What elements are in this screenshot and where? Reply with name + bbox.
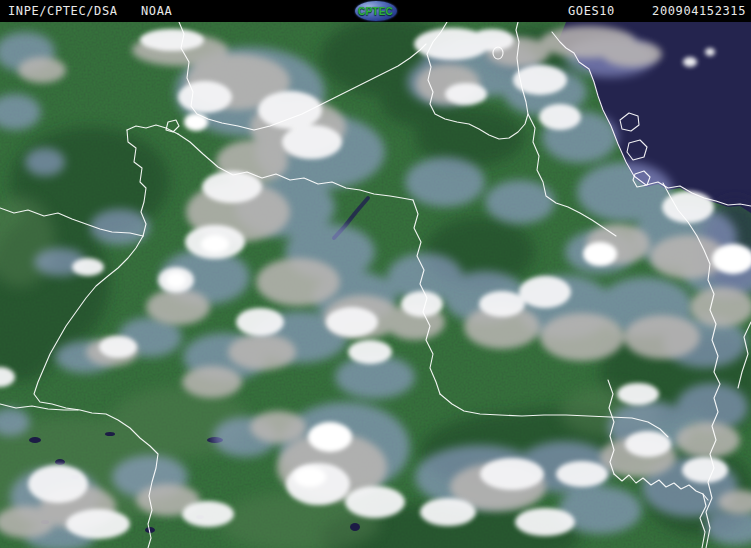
bright-cloud-core [201, 235, 229, 253]
white-cloud-blob [140, 29, 204, 51]
gray-cloud-blob [602, 41, 662, 67]
gray-cloud-blob [690, 287, 751, 327]
water-spot [55, 459, 65, 465]
white-cloud-blob [66, 509, 130, 539]
white-cloud-blob [682, 457, 728, 483]
cptec-logo-text: CPTEC [358, 6, 393, 17]
white-cloud-blob [258, 91, 322, 129]
water-spot [105, 432, 115, 436]
water-spot [350, 523, 360, 531]
white-cloud-blob [182, 501, 234, 527]
bright-cloud-core [308, 422, 352, 452]
white-cloud-blob [326, 307, 378, 337]
white-cloud-blob [513, 65, 567, 95]
white-cloud-blob [202, 171, 262, 203]
white-cloud-blob [99, 336, 137, 358]
gray-cloud-blob [182, 366, 242, 398]
white-cloud-blob [345, 486, 405, 518]
bright-cloud-core [583, 242, 617, 266]
gray-cloud-blob [18, 57, 66, 83]
white-cloud-blob [519, 276, 571, 308]
gray-cloud-blob [250, 411, 306, 443]
bright-cloud-core [184, 113, 208, 131]
white-cloud-blob [480, 458, 544, 490]
white-cloud-blob [705, 48, 715, 56]
white-cloud-blob [515, 508, 575, 536]
gray-cloud-blob [676, 422, 740, 458]
white-cloud-blob [236, 308, 284, 336]
satellite-map [0, 22, 751, 548]
noaa-label: NOAA [141, 4, 172, 18]
goes-satellite-composite [0, 22, 751, 548]
bright-cloud-core [294, 467, 326, 487]
white-cloud-blob [28, 465, 88, 503]
white-cloud-blob [625, 431, 671, 457]
agency-label: INPE/CPTEC/DSA [8, 4, 118, 18]
gray-cloud-blob [540, 313, 624, 361]
satellite-label: GOES10 [568, 4, 615, 18]
satellite-image-viewer: INPE/CPTEC/DSA NOAA CPTEC GOES10 2009041… [0, 0, 751, 548]
white-cloud-blob [479, 291, 525, 317]
gray-cloud-blob [228, 334, 296, 370]
white-cloud-blob [420, 498, 476, 526]
bright-cloud-core [166, 272, 186, 288]
white-cloud-blob [348, 340, 392, 364]
white-cloud-blob [556, 461, 608, 487]
white-cloud-blob [683, 57, 697, 67]
white-cloud-blob [617, 383, 659, 405]
white-cloud-blob [178, 81, 232, 113]
cirrus-cloud-blob [405, 157, 485, 207]
gray-cloud-blob [146, 289, 210, 325]
timestamp-label: 200904152315 [652, 4, 746, 18]
header-bar: INPE/CPTEC/DSA NOAA CPTEC GOES10 2009041… [0, 0, 751, 22]
white-cloud-blob [282, 125, 342, 159]
cirrus-cloud-blob [25, 148, 65, 176]
cptec-logo: CPTEC [355, 1, 397, 21]
water-spot [29, 437, 41, 443]
gray-cloud-blob [256, 258, 340, 306]
white-cloud-blob [401, 291, 443, 317]
white-cloud-blob [470, 29, 514, 51]
gray-cloud-blob [624, 315, 700, 359]
white-cloud-blob [72, 258, 104, 276]
white-cloud-blob [445, 83, 487, 105]
white-cloud-blob [539, 104, 581, 130]
